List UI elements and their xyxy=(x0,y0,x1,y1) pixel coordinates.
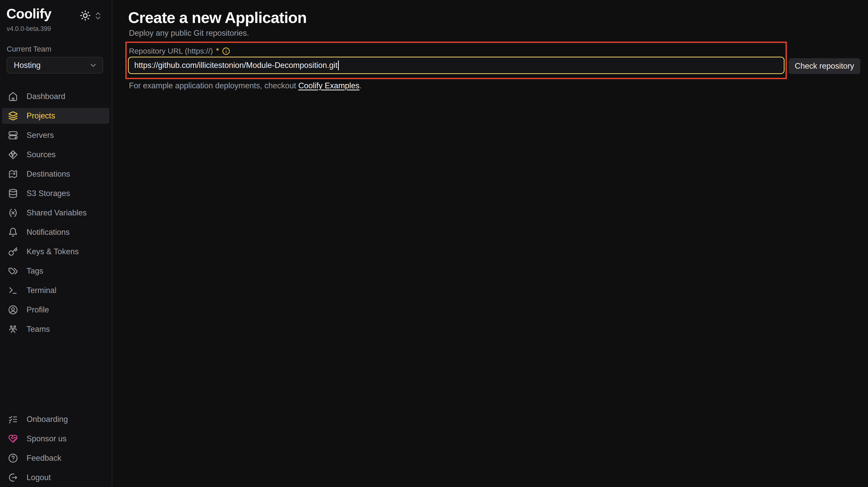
required-asterisk: * xyxy=(216,46,219,56)
sidebar-item-sources[interactable]: Sources xyxy=(2,147,109,163)
sidebar-item-tags[interactable]: Tags xyxy=(2,263,109,279)
bell-icon xyxy=(8,227,18,237)
sidebar-item-profile[interactable]: Profile xyxy=(2,302,109,318)
sidebar-item-label: Dashboard xyxy=(27,92,65,101)
check-repository-button[interactable]: Check repository xyxy=(788,58,860,74)
sidebar: Coolify v4.0.0-beta.399 Current Team Hos… xyxy=(0,0,112,487)
current-team-label: Current Team xyxy=(7,45,51,53)
team-select[interactable]: Hosting xyxy=(7,57,103,73)
help-text-prefix: For example application deployments, che… xyxy=(129,81,298,90)
sidebar-item-onboarding[interactable]: Onboarding xyxy=(2,412,109,427)
sidebar-item-label: Teams xyxy=(27,325,50,334)
sidebar-item-label: Notifications xyxy=(27,228,70,237)
sidebar-item-destinations[interactable]: Destinations xyxy=(2,166,109,182)
sidebar-item-label: Terminal xyxy=(27,286,56,295)
sidebar-item-logout[interactable]: Logout xyxy=(2,469,109,485)
repository-url-input[interactable]: https://github.com/illicitestonion/Modul… xyxy=(128,57,784,74)
help-text-suffix: . xyxy=(360,81,362,90)
team-select-value: Hosting xyxy=(14,61,40,70)
repository-url-label: Repository URL (https://) xyxy=(129,47,213,55)
repository-url-label-row: Repository URL (https://) * xyxy=(129,46,230,56)
sidebar-item-label: Logout xyxy=(27,473,51,482)
sidebar-item-label: S3 Storages xyxy=(27,189,70,198)
sidebar-item-shared-variables[interactable]: Shared Variables xyxy=(2,205,109,221)
page-title: Create a new Application xyxy=(128,9,307,27)
page-subtitle: Deploy any public Git repositories. xyxy=(129,29,249,38)
sidebar-item-label: Sponsor us xyxy=(27,434,67,443)
server-icon xyxy=(8,130,18,140)
app-version: v4.0.0-beta.399 xyxy=(7,25,51,32)
sidebar-item-label: Keys & Tokens xyxy=(27,247,79,256)
layers-icon xyxy=(8,111,18,121)
sidebar-nav: DashboardProjectsServersSourcesDestinati… xyxy=(2,89,109,341)
heart-handshake-icon xyxy=(8,434,18,444)
sun-icon xyxy=(80,10,91,21)
key-icon xyxy=(8,247,18,257)
help-circle-icon xyxy=(8,453,18,463)
sidebar-footer-nav: OnboardingSponsor usFeedbackLogout xyxy=(2,412,109,487)
user-circle-icon xyxy=(8,305,18,315)
info-icon[interactable] xyxy=(222,47,230,55)
variable-icon xyxy=(8,208,18,218)
sidebar-item-dashboard[interactable]: Dashboard xyxy=(2,89,109,104)
theme-toggle-button[interactable] xyxy=(80,10,91,22)
sidebar-item-projects[interactable]: Projects xyxy=(2,108,109,124)
sidebar-item-sponsor-us[interactable]: Sponsor us xyxy=(2,431,109,447)
users-icon xyxy=(8,324,18,334)
sidebar-item-feedback[interactable]: Feedback xyxy=(2,450,109,466)
map-icon xyxy=(8,169,18,179)
terminal-icon xyxy=(8,286,18,295)
sidebar-item-label: Tags xyxy=(27,266,43,275)
sidebar-switcher-button[interactable] xyxy=(93,11,104,21)
sidebar-item-teams[interactable]: Teams xyxy=(2,321,109,337)
database-icon xyxy=(8,189,18,198)
sidebar-item-label: Profile xyxy=(27,305,49,315)
help-text: For example application deployments, che… xyxy=(129,81,362,90)
checklist-icon xyxy=(8,415,18,424)
sidebar-item-label: Feedback xyxy=(27,454,61,463)
chevron-down-icon xyxy=(89,61,97,70)
sidebar-item-label: Onboarding xyxy=(27,415,68,424)
coolify-examples-link[interactable]: Coolify Examples xyxy=(298,81,359,90)
sidebar-item-terminal[interactable]: Terminal xyxy=(2,283,109,298)
app-logo: Coolify xyxy=(6,6,51,22)
sidebar-item-label: Sources xyxy=(27,150,56,159)
git-source-icon xyxy=(8,150,18,160)
sidebar-item-label: Servers xyxy=(27,131,54,140)
home-icon xyxy=(8,92,18,101)
sidebar-item-keys-tokens[interactable]: Keys & Tokens xyxy=(2,244,109,260)
sidebar-item-label: Projects xyxy=(27,111,55,121)
chevrons-up-down-icon xyxy=(93,11,104,21)
repository-url-value: https://github.com/illicitestonion/Modul… xyxy=(134,61,338,70)
text-caret xyxy=(338,61,339,70)
sidebar-item-servers[interactable]: Servers xyxy=(2,127,109,143)
tag-icon xyxy=(8,266,18,276)
logout-icon xyxy=(8,473,18,482)
sidebar-item-s3-storages[interactable]: S3 Storages xyxy=(2,186,109,201)
sidebar-item-label: Destinations xyxy=(27,169,70,179)
sidebar-item-notifications[interactable]: Notifications xyxy=(2,224,109,240)
sidebar-item-label: Shared Variables xyxy=(27,208,87,218)
